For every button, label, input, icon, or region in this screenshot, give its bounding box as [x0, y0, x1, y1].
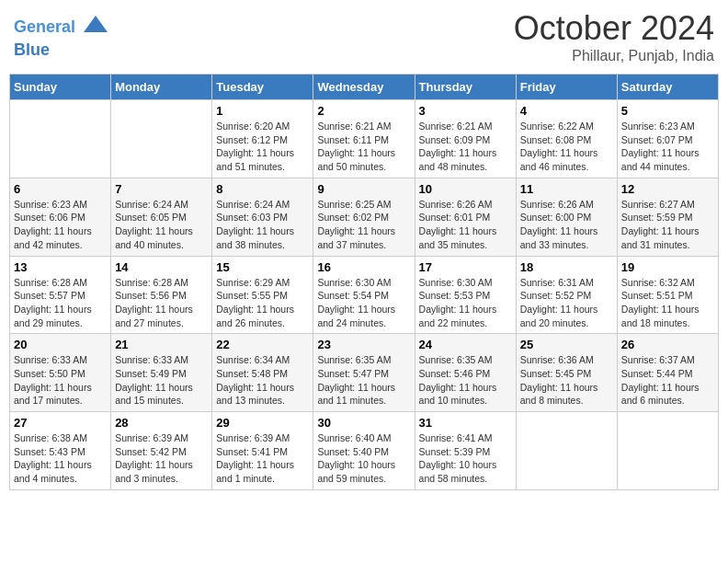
day-info: Sunrise: 6:36 AM Sunset: 5:45 PM Dayligh… — [520, 353, 613, 408]
calendar-header: SundayMondayTuesdayWednesdayThursdayFrid… — [10, 75, 719, 100]
day-info: Sunrise: 6:32 AM Sunset: 5:51 PM Dayligh… — [621, 276, 714, 330]
calendar-cell: 8Sunrise: 6:24 AM Sunset: 6:03 PM Daylig… — [212, 178, 313, 256]
day-info: Sunrise: 6:24 AM Sunset: 6:05 PM Dayligh… — [115, 198, 208, 252]
day-info: Sunrise: 6:34 AM Sunset: 5:48 PM Dayligh… — [216, 353, 309, 408]
calendar-cell: 28Sunrise: 6:39 AM Sunset: 5:42 PM Dayli… — [111, 412, 212, 490]
calendar-cell: 26Sunrise: 6:37 AM Sunset: 5:44 PM Dayli… — [617, 334, 718, 412]
calendar-cell: 7Sunrise: 6:24 AM Sunset: 6:05 PM Daylig… — [111, 178, 212, 256]
calendar-cell: 5Sunrise: 6:23 AM Sunset: 6:07 PM Daylig… — [617, 100, 718, 178]
day-number: 10 — [419, 182, 512, 196]
day-info: Sunrise: 6:35 AM Sunset: 5:46 PM Dayligh… — [419, 353, 512, 408]
day-info: Sunrise: 6:33 AM Sunset: 5:50 PM Dayligh… — [14, 353, 107, 408]
day-info: Sunrise: 6:27 AM Sunset: 5:59 PM Dayligh… — [621, 198, 714, 252]
day-info: Sunrise: 6:28 AM Sunset: 5:56 PM Dayligh… — [115, 276, 208, 330]
day-info: Sunrise: 6:30 AM Sunset: 5:53 PM Dayligh… — [419, 276, 512, 330]
calendar-cell: 1Sunrise: 6:20 AM Sunset: 6:12 PM Daylig… — [212, 100, 313, 178]
day-number: 21 — [115, 338, 208, 351]
day-number: 14 — [115, 260, 208, 274]
day-number: 6 — [14, 182, 107, 196]
day-number: 27 — [14, 416, 107, 430]
calendar-cell: 21Sunrise: 6:33 AM Sunset: 5:49 PM Dayli… — [111, 334, 212, 412]
day-info: Sunrise: 6:26 AM Sunset: 6:01 PM Dayligh… — [419, 198, 512, 252]
calendar-cell — [617, 412, 718, 490]
day-number: 29 — [216, 416, 309, 430]
calendar-cell: 11Sunrise: 6:26 AM Sunset: 6:00 PM Dayli… — [516, 178, 617, 256]
calendar-cell: 19Sunrise: 6:32 AM Sunset: 5:51 PM Dayli… — [617, 256, 718, 334]
calendar-cell — [111, 100, 212, 178]
location-text: Phillaur, Punjab, India — [514, 48, 714, 64]
calendar-week-row: 20Sunrise: 6:33 AM Sunset: 5:50 PM Dayli… — [10, 334, 719, 412]
day-number: 2 — [317, 104, 410, 118]
day-number: 26 — [621, 338, 714, 351]
calendar-cell: 22Sunrise: 6:34 AM Sunset: 5:48 PM Dayli… — [212, 334, 313, 412]
day-info: Sunrise: 6:33 AM Sunset: 5:49 PM Dayligh… — [115, 353, 208, 408]
calendar-week-row: 27Sunrise: 6:38 AM Sunset: 5:43 PM Dayli… — [10, 412, 719, 490]
calendar-week-row: 6Sunrise: 6:23 AM Sunset: 6:06 PM Daylig… — [10, 178, 719, 256]
calendar-cell: 23Sunrise: 6:35 AM Sunset: 5:47 PM Dayli… — [313, 334, 415, 412]
day-info: Sunrise: 6:35 AM Sunset: 5:47 PM Dayligh… — [317, 353, 410, 408]
day-number: 30 — [317, 416, 410, 430]
day-info: Sunrise: 6:39 AM Sunset: 5:41 PM Dayligh… — [216, 431, 309, 486]
day-info: Sunrise: 6:21 AM Sunset: 6:09 PM Dayligh… — [419, 120, 512, 174]
calendar-cell: 10Sunrise: 6:26 AM Sunset: 6:01 PM Dayli… — [415, 178, 516, 256]
day-info: Sunrise: 6:23 AM Sunset: 6:07 PM Dayligh… — [621, 120, 714, 174]
calendar-cell: 4Sunrise: 6:22 AM Sunset: 6:08 PM Daylig… — [516, 100, 617, 178]
day-info: Sunrise: 6:24 AM Sunset: 6:03 PM Dayligh… — [216, 198, 309, 252]
calendar-cell: 9Sunrise: 6:25 AM Sunset: 6:02 PM Daylig… — [313, 178, 415, 256]
day-info: Sunrise: 6:22 AM Sunset: 6:08 PM Dayligh… — [520, 120, 613, 174]
day-info: Sunrise: 6:39 AM Sunset: 5:42 PM Dayligh… — [115, 431, 208, 486]
day-info: Sunrise: 6:26 AM Sunset: 6:00 PM Dayligh… — [520, 198, 613, 252]
weekday-header: Friday — [516, 75, 617, 100]
logo-blue: Blue — [14, 40, 50, 59]
day-info: Sunrise: 6:41 AM Sunset: 5:39 PM Dayligh… — [419, 431, 512, 486]
weekday-header: Thursday — [415, 75, 516, 100]
day-number: 23 — [317, 338, 410, 351]
calendar-cell: 13Sunrise: 6:28 AM Sunset: 5:57 PM Dayli… — [10, 256, 111, 334]
day-info: Sunrise: 6:29 AM Sunset: 5:55 PM Dayligh… — [216, 276, 309, 330]
calendar-cell: 16Sunrise: 6:30 AM Sunset: 5:54 PM Dayli… — [313, 256, 415, 334]
day-info: Sunrise: 6:40 AM Sunset: 5:40 PM Dayligh… — [317, 431, 410, 486]
calendar-cell: 24Sunrise: 6:35 AM Sunset: 5:46 PM Dayli… — [415, 334, 516, 412]
day-info: Sunrise: 6:38 AM Sunset: 5:43 PM Dayligh… — [14, 431, 107, 486]
calendar-week-row: 13Sunrise: 6:28 AM Sunset: 5:57 PM Dayli… — [10, 256, 719, 334]
day-number: 5 — [621, 104, 714, 118]
title-block: October 2024 Phillaur, Punjab, India — [514, 9, 714, 64]
calendar-cell: 2Sunrise: 6:21 AM Sunset: 6:11 PM Daylig… — [313, 100, 415, 178]
calendar-table: SundayMondayTuesdayWednesdayThursdayFrid… — [9, 74, 719, 490]
weekday-header: Tuesday — [212, 75, 313, 100]
logo-icon — [82, 14, 109, 41]
day-number: 1 — [216, 104, 309, 118]
day-number: 31 — [419, 416, 512, 430]
calendar-cell: 15Sunrise: 6:29 AM Sunset: 5:55 PM Dayli… — [212, 256, 313, 334]
logo-text: General Blue — [14, 14, 109, 60]
day-number: 19 — [621, 260, 714, 274]
calendar-cell: 25Sunrise: 6:36 AM Sunset: 5:45 PM Dayli… — [516, 334, 617, 412]
day-number: 20 — [14, 338, 107, 351]
calendar-cell: 29Sunrise: 6:39 AM Sunset: 5:41 PM Dayli… — [212, 412, 313, 490]
day-number: 15 — [216, 260, 309, 274]
day-info: Sunrise: 6:20 AM Sunset: 6:12 PM Dayligh… — [216, 120, 309, 174]
day-number: 18 — [520, 260, 613, 274]
day-number: 22 — [216, 338, 309, 351]
weekday-header: Sunday — [10, 75, 111, 100]
day-number: 24 — [419, 338, 512, 351]
calendar-week-row: 1Sunrise: 6:20 AM Sunset: 6:12 PM Daylig… — [10, 100, 719, 178]
logo-general: General — [14, 17, 75, 36]
weekday-row: SundayMondayTuesdayWednesdayThursdayFrid… — [10, 75, 719, 100]
calendar-cell: 30Sunrise: 6:40 AM Sunset: 5:40 PM Dayli… — [313, 412, 415, 490]
day-info: Sunrise: 6:31 AM Sunset: 5:52 PM Dayligh… — [520, 276, 613, 330]
month-title: October 2024 — [514, 9, 714, 48]
calendar-cell: 14Sunrise: 6:28 AM Sunset: 5:56 PM Dayli… — [111, 256, 212, 334]
calendar-cell: 6Sunrise: 6:23 AM Sunset: 6:06 PM Daylig… — [10, 178, 111, 256]
day-info: Sunrise: 6:25 AM Sunset: 6:02 PM Dayligh… — [317, 198, 410, 252]
day-info: Sunrise: 6:21 AM Sunset: 6:11 PM Dayligh… — [317, 120, 410, 174]
day-number: 7 — [115, 182, 208, 196]
calendar-cell: 17Sunrise: 6:30 AM Sunset: 5:53 PM Dayli… — [415, 256, 516, 334]
day-number: 17 — [419, 260, 512, 274]
day-number: 11 — [520, 182, 613, 196]
calendar-cell — [516, 412, 617, 490]
day-number: 8 — [216, 182, 309, 196]
day-info: Sunrise: 6:23 AM Sunset: 6:06 PM Dayligh… — [14, 198, 107, 252]
day-info: Sunrise: 6:28 AM Sunset: 5:57 PM Dayligh… — [14, 276, 107, 330]
calendar-cell: 18Sunrise: 6:31 AM Sunset: 5:52 PM Dayli… — [516, 256, 617, 334]
